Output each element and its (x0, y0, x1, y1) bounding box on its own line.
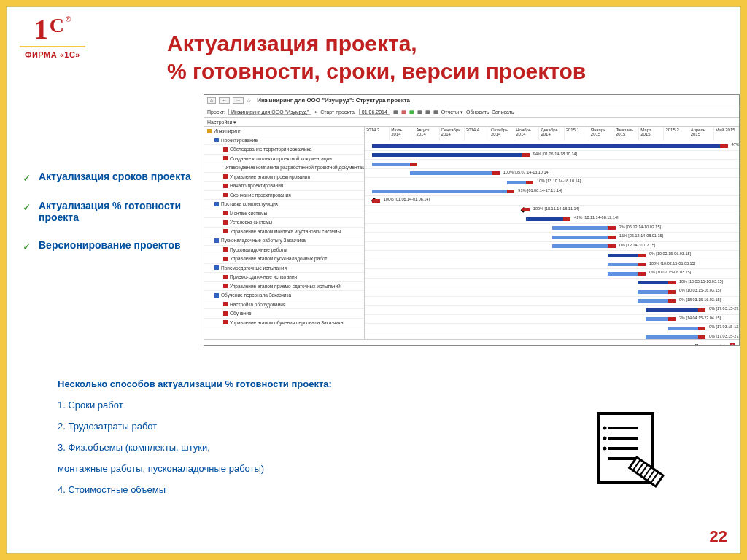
star-icon[interactable]: ☆ (247, 98, 251, 104)
gantt-bar-end (668, 281, 676, 284)
reports-button[interactable]: Отчеты ▾ (441, 109, 463, 115)
timeline-cell: Апрель 2015 (689, 127, 714, 141)
tool-icon[interactable]: ▦ (401, 109, 406, 115)
gantt-bar[interactable] (638, 299, 667, 303)
notes-line: 1. Сроки работ (58, 400, 495, 411)
gantt-bar[interactable] (646, 335, 698, 339)
task-icon (223, 192, 228, 197)
gantt-percent-label: 41% [18.11.14-08.12.14] (574, 215, 618, 219)
task-row[interactable]: Окончание проектирования (204, 191, 364, 201)
timeline-cell: Сентябрь 2014 (440, 127, 465, 141)
forward-icon[interactable]: → (233, 97, 244, 104)
gantt-percent-label: 10% [10.03.15-10.03.15] (679, 279, 723, 284)
tool-icon[interactable]: ▦ (409, 109, 414, 115)
gantt-bar[interactable] (638, 290, 667, 294)
gantt-bar[interactable] (372, 144, 720, 148)
gantt-row: 0% [12.14-10.02.15] (365, 242, 739, 252)
gantt-bar[interactable] (526, 217, 563, 221)
gantt-bar[interactable] (410, 171, 492, 175)
save-button[interactable]: Записать (492, 109, 514, 114)
gantt-bar[interactable] (372, 163, 409, 166)
tool-icon[interactable]: ▦ (417, 109, 422, 115)
settings-button[interactable]: Настройки ▾ (207, 120, 236, 125)
bullet-list: ✓ Актуализация сроков проекта ✓ Актуализ… (23, 171, 194, 268)
gantt-bar[interactable] (372, 190, 507, 193)
task-row[interactable]: Пусконаладочные работы (204, 246, 364, 255)
gantt-percent-label: 91% [01.06.14-17.11.14] (518, 188, 562, 192)
start-date-field[interactable]: 01.06.2014 (359, 109, 390, 115)
svg-point-4 (603, 437, 607, 440)
gantt-bar[interactable] (608, 272, 638, 276)
gantt-bar[interactable] (638, 281, 667, 284)
task-name: Окончание проектирования (230, 192, 291, 198)
task-name: Управление этапом приемо-сдаточных испыт… (230, 284, 341, 289)
gantt-row: 10% [13.10.14-18.10.14] (365, 178, 739, 187)
gantt-bar[interactable] (646, 308, 698, 312)
gantt-bar[interactable] (552, 244, 608, 248)
gantt-bar[interactable] (646, 317, 668, 321)
task-icon (223, 302, 228, 306)
task-icon (223, 220, 228, 225)
back-icon[interactable]: ← (219, 97, 230, 104)
gantt-bar[interactable] (372, 153, 522, 157)
task-row[interactable]: Настройка оборудования (204, 300, 364, 310)
task-row[interactable]: Управление этапом проектирования (204, 173, 364, 182)
task-row[interactable]: Обучение персонала Заказчика (204, 291, 364, 300)
gantt-bar[interactable] (608, 254, 638, 257)
task-row[interactable]: Приемо-сдаточные испытания (204, 273, 364, 282)
task-name: Управление этапом проектирования (230, 174, 310, 179)
gantt-bar[interactable] (552, 236, 608, 239)
task-row[interactable]: Управление этапом пусконаладочных работ (204, 254, 364, 264)
task-row[interactable]: Управление этапом обучения персонала Зак… (204, 319, 364, 328)
logo-text: ФИРМА «1С» (25, 50, 80, 59)
period-prev-icon[interactable]: ◀ (717, 343, 721, 346)
gantt-bar-end (522, 153, 529, 157)
task-icon (223, 229, 228, 233)
task-row[interactable]: Обследование территории заказчика (204, 145, 364, 155)
refresh-button[interactable]: Обновить (466, 109, 489, 114)
task-row[interactable]: Управление этапом приемо-сдаточных испыт… (204, 282, 364, 292)
task-row[interactable]: Обучение (204, 309, 364, 319)
tool-icon[interactable]: ▦ (425, 109, 430, 115)
clear-icon[interactable]: × (314, 109, 317, 114)
task-row[interactable]: Поставка комплектующих (204, 200, 364, 209)
task-row[interactable]: Установка системы (204, 218, 364, 228)
task-row[interactable]: Инжиниринг (204, 127, 364, 136)
project-field[interactable]: Инжиниринг для ООО "Изумруд" (228, 109, 311, 115)
gantt-bar[interactable] (608, 262, 638, 266)
task-row[interactable]: Пусконаладочные работы у Заказчика (204, 236, 364, 246)
check-icon: ✓ (23, 241, 31, 252)
slide: 1C® ФИРМА «1С» Актуализация проекта, % г… (6, 6, 741, 554)
gantt-percent-label: 0% [10.02.15-06.03.15] (649, 270, 691, 274)
task-row[interactable]: Приемосдаточные испытания (204, 264, 364, 273)
tool-icon[interactable]: ▦ (433, 109, 438, 115)
task-row[interactable]: Монтаж системы (204, 209, 364, 219)
gantt-bar-end (698, 335, 705, 339)
task-name: Обследование территории заказчика (230, 147, 311, 152)
period-next-icon[interactable]: ▶ (724, 343, 727, 346)
gantt-bar[interactable] (668, 327, 698, 330)
task-icon (214, 265, 219, 270)
bullet-text: Актуализация % готовности проекта (39, 200, 194, 223)
zoom-icon[interactable]: ⊕ (730, 343, 735, 346)
home-icon[interactable]: ⌂ (207, 97, 216, 104)
gantt-percent-label: 100% [18.11.14-18.11.14] (533, 206, 579, 211)
check-icon: ✓ (23, 172, 31, 184)
task-icon (223, 311, 228, 316)
task-row[interactable]: Создание комплекта проектной документаци… (204, 155, 364, 164)
timeline-cell: Январь 2015 (589, 127, 614, 141)
task-icon (223, 156, 228, 160)
task-row[interactable]: Начало проектирования (204, 182, 364, 191)
task-row[interactable]: Утверждение комплекта разработанной прое… (204, 163, 364, 173)
gantt-bar-end (526, 181, 533, 184)
gantt-row: 10% [10.03.15-10.03.15] (365, 279, 739, 288)
task-row[interactable]: Управление этапом монтажа и установки си… (204, 228, 364, 237)
gantt-percent-label: 16% [05.12.14-08.01.15] (619, 233, 663, 238)
gantt-bar[interactable] (507, 181, 526, 184)
gantt-bar[interactable] (552, 226, 608, 230)
gantt-row: 100% [10.02.15-06.03.15] (365, 260, 739, 270)
task-row[interactable]: Проектирование (204, 136, 364, 146)
tool-icon[interactable]: ▦ (393, 109, 398, 115)
timeline-cell: Май 2015 (714, 127, 739, 141)
gantt-bar-end (507, 190, 514, 193)
